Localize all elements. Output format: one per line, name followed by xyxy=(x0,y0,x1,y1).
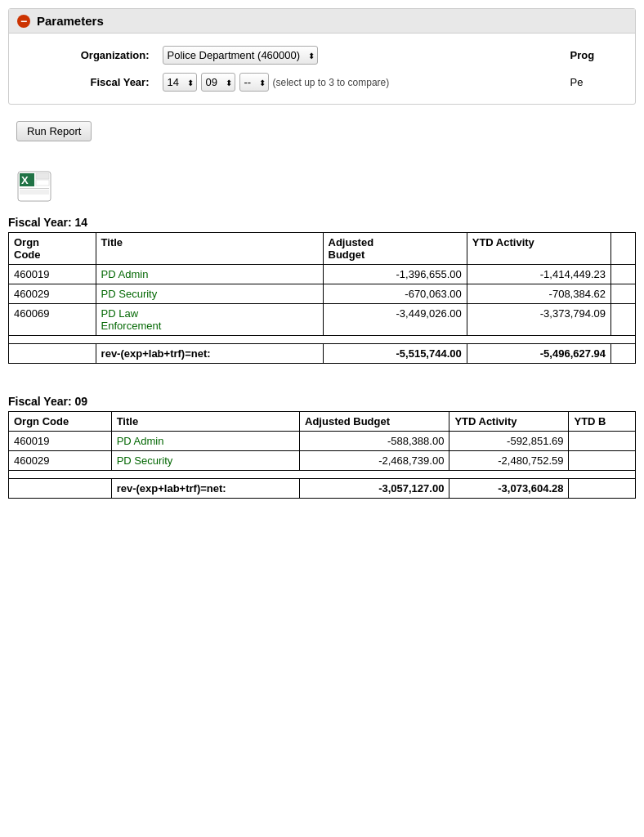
fy3-select[interactable]: -- xyxy=(239,73,269,92)
excel-icon[interactable]: X xyxy=(16,170,52,203)
parameters-panel: − Parameters Organization: Police Depart… xyxy=(8,8,636,105)
table-row: 460069 PD LawEnforcement -3,449,026.00 -… xyxy=(9,304,636,336)
org-label: Organization: xyxy=(17,42,156,69)
svg-rect-4 xyxy=(36,180,49,186)
total-ytdb xyxy=(569,479,636,499)
fy09-col-orgn: Orgn Code xyxy=(9,412,112,432)
orgn-code-cell: 460069 xyxy=(9,304,96,336)
pd-admin-link[interactable]: PD Admin xyxy=(101,268,149,280)
run-report-container: Run Report xyxy=(8,113,644,150)
empty-spacer-row xyxy=(9,336,636,344)
fy-row: Fiscal Year: 14 09 xyxy=(17,69,627,96)
fy09-table: Orgn Code Title Adjusted Budget YTD Acti… xyxy=(8,411,636,499)
total-ytd-activity: -3,073,604.28 xyxy=(449,479,569,499)
fy14-header-row: OrgnCode Title AdjustedBudget YTD Activi… xyxy=(9,233,636,265)
table-row: 460029 PD Security -2,468,739.00 -2,480,… xyxy=(9,451,636,471)
ytdb-cell xyxy=(569,432,636,451)
total-ytd-activity: -5,496,627.94 xyxy=(467,344,610,364)
fy14-col-ytd: YTD Activity xyxy=(467,233,610,265)
section-spacer xyxy=(8,372,636,388)
ytd-activity-cell: -2,480,752.59 xyxy=(449,451,569,471)
fy14-total-row: rev-(exp+lab+trf)=net: -5,515,744.00 -5,… xyxy=(9,344,636,364)
pd-security-link[interactable]: PD Security xyxy=(101,288,158,300)
pd-admin-link-09[interactable]: PD Admin xyxy=(117,435,164,447)
org-select-wrapper[interactable]: Police Department (460000) xyxy=(163,46,318,65)
pd-law-enforcement-link[interactable]: PD LawEnforcement xyxy=(101,307,162,332)
fy-inputs-group: 14 09 -- (select xyxy=(163,73,557,92)
org-select-cell: Police Department (460000) xyxy=(156,42,564,69)
empty-spacer-row xyxy=(9,471,636,479)
fy2-select[interactable]: 09 xyxy=(201,73,235,92)
orgn-code-cell: 460029 xyxy=(9,451,112,471)
svg-rect-5 xyxy=(20,188,49,189)
title-cell: PD Admin xyxy=(96,265,323,284)
table-row: 460029 PD Security -670,063.00 -708,384.… xyxy=(9,284,636,304)
fy1-select[interactable]: 14 xyxy=(163,73,197,92)
fy09-title: Fiscal Year: 09 xyxy=(8,395,636,408)
total-adj-budget: -3,057,127.00 xyxy=(300,479,449,499)
fy14-col-orgn: OrgnCode xyxy=(9,233,96,265)
fy1-wrapper[interactable]: 14 xyxy=(163,73,197,92)
orgn-code-cell: 460019 xyxy=(9,432,112,451)
adj-budget-cell: -588,388.00 xyxy=(300,432,449,451)
fy-inputs-cell: 14 09 -- (select xyxy=(156,69,564,96)
table-row: 460019 PD Admin -1,396,655.00 -1,414,449… xyxy=(9,265,636,284)
period-label: Pe xyxy=(563,69,627,96)
fy14-col-title: Title xyxy=(96,233,323,265)
fy-helper-text: (select up to 3 to compare) xyxy=(273,77,390,88)
orgn-code-cell: 460019 xyxy=(9,265,96,284)
fy09-col-adjbudget: Adjusted Budget xyxy=(300,412,449,432)
adj-budget-cell: -3,449,026.00 xyxy=(323,304,467,336)
fy09-section: Fiscal Year: 09 Orgn Code Title Adjusted… xyxy=(8,395,636,499)
excel-icon-container: X xyxy=(8,158,644,209)
fy14-title: Fiscal Year: 14 xyxy=(8,216,636,229)
ytd-activity-cell: -708,384.62 xyxy=(467,284,610,304)
prog-label: Prog xyxy=(563,42,627,69)
fy14-table: OrgnCode Title AdjustedBudget YTD Activi… xyxy=(8,232,636,364)
fy09-total-row: rev-(exp+lab+trf)=net: -3,057,127.00 -3,… xyxy=(9,479,636,499)
fy09-col-ytdb: YTD B xyxy=(569,412,636,432)
orgn-code-cell: 460029 xyxy=(9,284,96,304)
title-cell: PD Admin xyxy=(111,432,299,451)
total-label-text: rev-(exp+lab+trf)=net: xyxy=(96,344,323,364)
fy14-col-adjbudget: AdjustedBudget xyxy=(323,233,467,265)
ytd-activity-cell: -1,414,449.23 xyxy=(467,265,610,284)
extra-cell xyxy=(611,284,636,304)
title-cell: PD Security xyxy=(111,451,299,471)
extra-cell xyxy=(611,304,636,336)
fy2-wrapper[interactable]: 09 xyxy=(201,73,235,92)
fy09-col-ytd: YTD Activity xyxy=(449,412,569,432)
fy09-header-row: Orgn Code Title Adjusted Budget YTD Acti… xyxy=(9,412,636,432)
svg-rect-6 xyxy=(20,190,49,195)
adj-budget-cell: -1,396,655.00 xyxy=(323,265,467,284)
fy3-wrapper[interactable]: -- xyxy=(239,73,269,92)
total-adj-budget: -5,515,744.00 xyxy=(323,344,467,364)
adj-budget-cell: -2,468,739.00 xyxy=(300,451,449,471)
organization-select[interactable]: Police Department (460000) xyxy=(163,46,318,65)
report-content: Fiscal Year: 14 OrgnCode Title AdjustedB… xyxy=(0,216,644,499)
fy14-col-extra xyxy=(611,233,636,265)
title-cell: PD Security xyxy=(96,284,323,304)
total-extra xyxy=(611,344,636,364)
collapse-icon[interactable]: − xyxy=(17,15,30,28)
table-row: 460019 PD Admin -588,388.00 -592,851.69 xyxy=(9,432,636,451)
extra-cell xyxy=(611,265,636,284)
fy-label: Fiscal Year: xyxy=(17,69,156,96)
total-label-text: rev-(exp+lab+trf)=net: xyxy=(111,479,299,499)
parameters-title: Parameters xyxy=(37,14,104,28)
fy14-section: Fiscal Year: 14 OrgnCode Title AdjustedB… xyxy=(8,216,636,364)
adj-budget-cell: -670,063.00 xyxy=(323,284,467,304)
total-label-cell xyxy=(9,344,96,364)
parameters-body: Organization: Police Department (460000)… xyxy=(9,34,635,104)
fy09-col-title: Title xyxy=(111,412,299,432)
svg-rect-3 xyxy=(36,173,49,179)
ytd-activity-cell: -3,373,794.09 xyxy=(467,304,610,336)
params-table: Organization: Police Department (460000)… xyxy=(17,42,627,96)
svg-rect-7 xyxy=(20,195,49,200)
ytd-activity-cell: -592,851.69 xyxy=(449,432,569,451)
run-report-button[interactable]: Run Report xyxy=(16,121,92,141)
pd-security-link-09[interactable]: PD Security xyxy=(117,454,173,467)
parameters-header: − Parameters xyxy=(9,9,635,34)
org-row: Organization: Police Department (460000)… xyxy=(17,42,627,69)
ytdb-cell xyxy=(569,451,636,471)
